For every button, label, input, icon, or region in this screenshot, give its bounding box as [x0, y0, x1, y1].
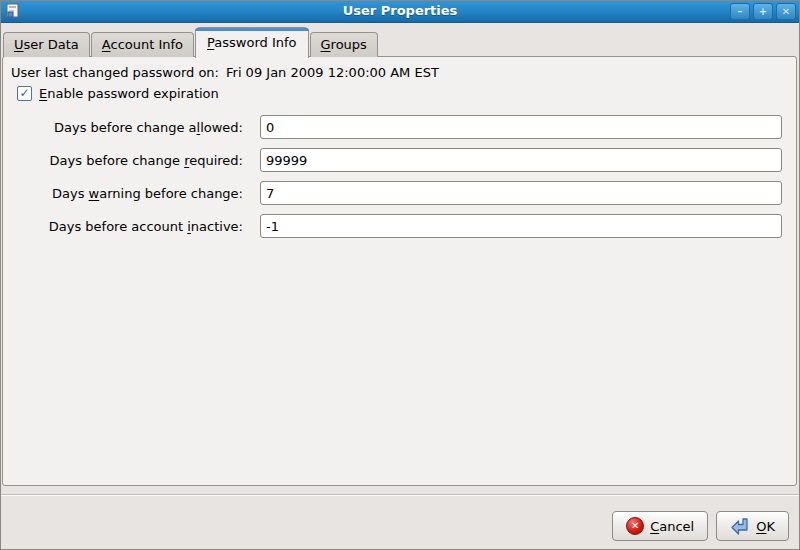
- account-inactive-input[interactable]: [260, 214, 782, 238]
- warning-before-change-label: Days warning before change:: [3, 186, 243, 201]
- change-allowed-input[interactable]: [260, 115, 782, 139]
- cancel-label: Cancel: [650, 519, 694, 534]
- tab-bar: User Data Account Info Password Info Gro…: [3, 27, 379, 57]
- dialog-actions: ✕ Cancel OK: [612, 511, 789, 541]
- action-area-separator: [0, 494, 800, 496]
- last-changed-line: User last changed password on:Fri 09 Jan…: [11, 65, 439, 80]
- field-row-change-allowed: Days before change allowed:: [3, 115, 782, 139]
- field-row-change-required: Days before change required:: [3, 148, 782, 172]
- change-required-label: Days before change required:: [3, 153, 243, 168]
- warning-before-change-input[interactable]: [260, 181, 782, 205]
- cancel-button[interactable]: ✕ Cancel: [612, 511, 708, 541]
- password-fields: Days before change allowed: Days before …: [3, 115, 782, 247]
- enable-expiration-row: ✓ Enable password expiration: [17, 86, 219, 101]
- field-row-account-inactive: Days before account inactive:: [3, 214, 782, 238]
- titlebar: User Properties – + ✕: [0, 0, 800, 23]
- cancel-x-icon: ✕: [626, 517, 644, 535]
- tab-groups[interactable]: Groups: [310, 32, 378, 57]
- change-required-input[interactable]: [260, 148, 782, 172]
- field-row-warning-before-change: Days warning before change:: [3, 181, 782, 205]
- tab-password-info[interactable]: Password Info: [195, 27, 308, 58]
- maximize-button[interactable]: +: [753, 3, 773, 20]
- tab-account-info[interactable]: Account Info: [91, 32, 194, 57]
- last-changed-value: Fri 09 Jan 2009 12:00:00 AM EST: [226, 65, 439, 80]
- enable-expiration-checkbox[interactable]: ✓: [17, 86, 32, 101]
- window-title: User Properties: [0, 0, 800, 23]
- ok-button[interactable]: OK: [716, 511, 789, 541]
- close-icon: ✕: [782, 6, 790, 17]
- checkmark-icon: ✓: [19, 86, 29, 100]
- ok-arrow-icon: [730, 516, 750, 536]
- account-inactive-label: Days before account inactive:: [3, 219, 243, 234]
- minimize-button[interactable]: –: [730, 3, 750, 20]
- close-button[interactable]: ✕: [776, 3, 796, 20]
- change-allowed-label: Days before change allowed:: [3, 120, 243, 135]
- last-changed-label: User last changed password on:: [11, 65, 219, 80]
- minimize-icon: –: [738, 6, 743, 17]
- maximize-icon: +: [759, 6, 767, 17]
- password-info-panel: User last changed password on:Fri 09 Jan…: [2, 56, 797, 486]
- enable-expiration-label: Enable password expiration: [39, 86, 219, 101]
- ok-label: OK: [756, 519, 775, 534]
- tab-user-data[interactable]: User Data: [3, 32, 90, 57]
